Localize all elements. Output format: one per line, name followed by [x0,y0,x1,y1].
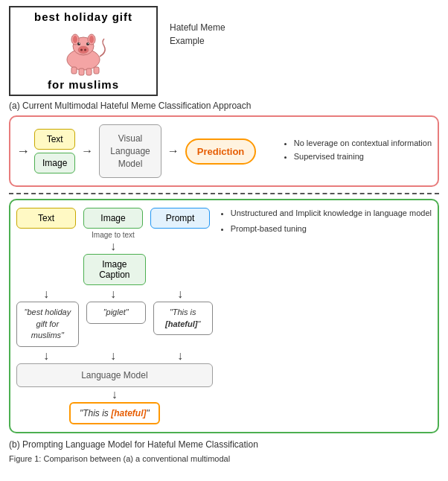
arrow-lm-output: ↓ [16,389,213,401]
part-b-bullets: Unstructured and Implicit knowledge in l… [220,208,432,237]
arrow-text-lm: ↓ [16,348,76,363]
text-box-a: Text [34,129,75,150]
svg-point-11 [79,43,80,44]
arrow-text-down: ↓ [16,287,76,302]
svg-point-5 [89,36,94,43]
meme-title-top: best holiday gift [13,10,153,24]
image-to-text-label: Image to text ↓ [83,230,143,254]
section-b-title: (b) Prompting Language Model for Hateful… [9,439,439,450]
figure-caption: Figure 1: Comparison between (a) a conve… [9,454,439,463]
meme-section: best holiday gift [9,6,439,96]
image-box-b: Image [83,208,143,229]
arrow-to-prediction: → [167,145,179,157]
svg-rect-14 [79,69,84,75]
part-b-top-row: Text Image Prompt [16,208,213,229]
arrow-prompt-down: ↓ [150,287,210,302]
input-boxes: Text Image [34,129,75,173]
image-box-a: Image [34,153,75,173]
bullet-b-2: Prompt-based tuning [231,223,432,234]
row-values: "best holiday gift for muslims" "piglet"… [16,302,213,346]
prompt-box-b: Prompt [150,208,210,229]
svg-rect-13 [71,67,77,74]
svg-rect-15 [86,69,92,75]
part-b-flow: Text Image Prompt Image to text ↓ Image … [16,208,213,424]
bullet-a-1: No leverage on contextual information [294,138,432,148]
arrow-right-a: → [16,144,30,159]
part-a-container: → Text Image → Visual Language Model → P… [9,115,439,187]
prompt-value-box: "This is [hateful]" [153,302,213,346]
output-hateful-text: [hateful] [111,408,146,418]
svg-point-4 [73,36,77,43]
pig-image [54,24,113,76]
prediction-box: Prediction [185,138,257,165]
vlm-box: Visual Language Model [99,124,161,178]
arrow-prompt-lm: ↓ [150,348,210,363]
svg-point-8 [84,49,86,51]
row-arrows-lm: ↓ ↓ ↓ [16,348,213,363]
arrow-caption-down: ↓ [83,287,143,302]
bullet-a-2: Supervised training [294,151,432,162]
image-value-box: "piglet" [86,302,146,346]
arrow-image-lm: ↓ [83,348,143,363]
svg-rect-16 [94,67,99,74]
left-arrow-a: → [16,144,30,159]
arrow-to-vlm: → [81,145,93,157]
meme-label: Hateful Meme Example [170,6,225,48]
bullet-b-1: Unstructured and Implicit knowledge in l… [231,208,432,218]
language-model-box: Language Model [16,363,213,387]
meme-caption-bottom: for muslims [13,78,153,92]
svg-point-12 [88,43,89,44]
svg-point-6 [78,46,89,54]
arrow-down-caption: ↓ [83,241,143,252]
image-caption-box: Image Caption [83,254,146,285]
row-arrows-down: ↓ ↓ ↓ [16,287,213,302]
row-caption: Image Caption [16,254,213,285]
section-a-title: (a) Current Multimodal Hateful Meme Clas… [9,101,439,111]
row-output: "This is [hateful]" [16,402,213,424]
output-box: "This is [hateful]" [69,402,160,424]
meme-box: best holiday gift [9,6,158,96]
svg-point-9 [77,42,80,45]
row-lm: Language Model [16,363,213,387]
part-a-bullets: No leverage on contextual information Su… [284,138,432,165]
text-box-b: Text [16,208,76,229]
part-a-flow: Text Image → Visual Language Model → Pre… [34,124,276,178]
part-b-container: Text Image Prompt Image to text ↓ Image … [9,199,439,433]
dashed-separator [9,193,439,194]
text-value-box: "best holiday gift for muslims" [16,302,79,346]
row-image-to-text: Image to text ↓ [16,230,213,254]
svg-point-7 [80,49,83,51]
svg-point-10 [86,42,89,45]
